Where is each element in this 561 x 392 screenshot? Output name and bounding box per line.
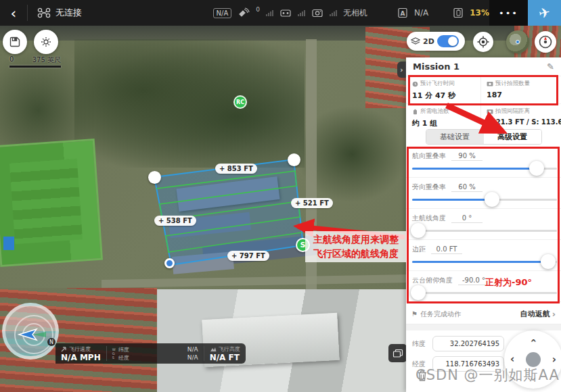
remote-controller-icon bbox=[279, 8, 292, 18]
stat-label: 所需电池数 bbox=[420, 107, 449, 116]
rc-mode-icon: A bbox=[397, 7, 408, 18]
stat-value-photo-count: 187 bbox=[487, 91, 561, 99]
crosshair-icon bbox=[476, 35, 490, 49]
airplane-icon: ✈ bbox=[537, 4, 552, 22]
telemetry-lng-label: 经度 bbox=[118, 354, 129, 362]
flag-icon: ⚑ bbox=[411, 310, 418, 318]
side-overlap-value-input[interactable]: 60 % bbox=[451, 182, 483, 192]
telemetry-bar: 飞行速度 N/A MPH WGS 纬度N/A 经度N/A 飞行高度 N/A FT bbox=[55, 343, 246, 364]
finish-action-row[interactable]: ⚑任务完成动作 自动返航› bbox=[406, 304, 561, 324]
clock-icon bbox=[412, 81, 418, 87]
route-angle-value-input[interactable]: 0 ° bbox=[451, 214, 483, 223]
polygon-vertex-handle-selected[interactable] bbox=[164, 258, 175, 268]
nudge-center-dot[interactable] bbox=[526, 352, 541, 367]
gps-count: 0 bbox=[256, 6, 260, 13]
course-overlap-slider[interactable] bbox=[412, 168, 557, 170]
speed-value: N/A MPH bbox=[61, 353, 101, 362]
connection-status: 无连接 bbox=[55, 7, 82, 19]
annotation-note-line1: 主航线角度用来调整 bbox=[305, 232, 407, 247]
camera-icon bbox=[311, 8, 323, 18]
tab-advanced-settings[interactable]: 高级设置 bbox=[484, 130, 541, 144]
map-layer-switch-button[interactable] bbox=[388, 344, 407, 362]
battery-icon bbox=[453, 7, 464, 18]
save-mission-button[interactable] bbox=[3, 30, 27, 54]
finish-action-label: 任务完成动作 bbox=[420, 310, 461, 319]
annotation-note: 主航线角度用来调整 飞行区域的航线角度 bbox=[305, 231, 407, 262]
attitude-compass bbox=[2, 303, 59, 360]
latitude-input[interactable]: 32.202764195 bbox=[432, 336, 504, 351]
slider-label: 边距 bbox=[412, 245, 426, 254]
map-buildings bbox=[176, 176, 279, 212]
scale-distance: 375 英尺 bbox=[32, 55, 61, 65]
altitude-icon bbox=[210, 346, 217, 352]
more-menu-button[interactable]: ••• bbox=[489, 0, 528, 26]
slider-row-course-overlap: 航向重叠率 90 % bbox=[406, 147, 561, 178]
slider-thumb[interactable] bbox=[541, 254, 556, 269]
drone-icon bbox=[37, 7, 51, 18]
nudge-left-button[interactable]: › bbox=[510, 353, 514, 366]
rc-mode-value: N/A bbox=[414, 8, 428, 18]
interval-icon bbox=[487, 109, 493, 114]
stat-value-interval: F: 21.3 FT / S: 113.6 FT bbox=[487, 118, 561, 126]
margin-slider[interactable] bbox=[412, 261, 557, 263]
compass-north-badge: N bbox=[47, 338, 55, 346]
slider-thumb[interactable] bbox=[411, 223, 426, 238]
slider-row-side-overlap: 旁向重叠率 60 % bbox=[406, 178, 561, 209]
slider-thumb[interactable] bbox=[529, 161, 544, 176]
mission-settings-button[interactable] bbox=[34, 30, 58, 54]
edge-length-label: + 538 FT bbox=[154, 216, 196, 226]
minimap-thumbnail[interactable] bbox=[506, 30, 529, 53]
flight-mode-badge: N/A bbox=[213, 8, 232, 18]
locate-me-button[interactable] bbox=[473, 32, 493, 52]
tab-basic-settings[interactable]: 基础设置 bbox=[426, 130, 484, 144]
top-status-bar: ‹ 无连接 N/A 0 无相机 A N/A 13% ••• ✈ bbox=[0, 0, 561, 26]
edge-length-label: + 797 FT bbox=[227, 251, 269, 261]
compass-icon bbox=[538, 34, 553, 49]
settings-tabs: 基础设置 高级设置 bbox=[406, 129, 561, 147]
course-overlap-value-input[interactable]: 90 % bbox=[451, 151, 483, 161]
rc-signal-bars bbox=[298, 10, 305, 16]
camera-status: 无相机 bbox=[343, 7, 367, 19]
map-buildings bbox=[3, 237, 14, 250]
svg-text:A: A bbox=[401, 10, 405, 17]
panel-collapse-button[interactable]: › bbox=[397, 62, 406, 78]
altitude-label: 飞行高度 bbox=[219, 345, 240, 353]
slider-thumb[interactable] bbox=[485, 192, 499, 207]
telemetry-lng-value: N/A bbox=[187, 354, 198, 361]
map-trees bbox=[74, 39, 305, 168]
route-angle-slider[interactable] bbox=[412, 230, 557, 232]
mission-title: Mission 1 bbox=[413, 62, 459, 72]
section-divider bbox=[406, 324, 561, 330]
rc-location-marker[interactable]: RC bbox=[233, 95, 247, 109]
annotation-gimbal-note: 正射为-90° bbox=[485, 276, 532, 289]
mode-2d-label: 2D bbox=[423, 37, 434, 46]
camera-signal-bars bbox=[330, 10, 337, 16]
nudge-up-button[interactable]: › bbox=[527, 339, 539, 343]
slider-label: 主航线角度 bbox=[412, 214, 446, 223]
mode-2d-toggle[interactable] bbox=[437, 35, 459, 47]
slider-label: 云台俯仰角度 bbox=[412, 276, 453, 285]
side-overlap-slider[interactable] bbox=[412, 199, 557, 201]
speed-icon bbox=[61, 346, 67, 352]
layers-icon bbox=[411, 37, 420, 46]
margin-value-input[interactable]: 0.0 FT bbox=[431, 245, 462, 254]
stat-value-batteries: 约 1 组 bbox=[412, 118, 480, 128]
battery-percent: 13% bbox=[470, 8, 489, 18]
telemetry-lat-value: N/A bbox=[187, 346, 198, 353]
back-button[interactable]: ‹ bbox=[0, 5, 27, 22]
nudge-right-button[interactable]: › bbox=[552, 353, 556, 366]
edit-mission-name-button[interactable]: ✎ bbox=[547, 62, 554, 72]
gimbal-pitch-slider[interactable] bbox=[412, 292, 557, 294]
slider-row-route-angle: 主航线角度 0 ° bbox=[406, 209, 561, 240]
polygon-vertex-handle[interactable] bbox=[288, 153, 300, 166]
gear-icon bbox=[39, 35, 53, 49]
slider-thumb[interactable] bbox=[411, 285, 426, 300]
speed-label: 飞行速度 bbox=[69, 345, 91, 353]
takeoff-button[interactable]: ✈ bbox=[528, 0, 561, 26]
map-scale-bar: 0375 英尺 bbox=[9, 55, 61, 68]
compass-reset-button[interactable] bbox=[535, 31, 556, 53]
photo-icon bbox=[487, 81, 493, 87]
altitude-value: N/A FT bbox=[210, 353, 240, 362]
gps-signal-bars bbox=[266, 10, 273, 16]
polygon-vertex-handle[interactable] bbox=[148, 171, 161, 184]
